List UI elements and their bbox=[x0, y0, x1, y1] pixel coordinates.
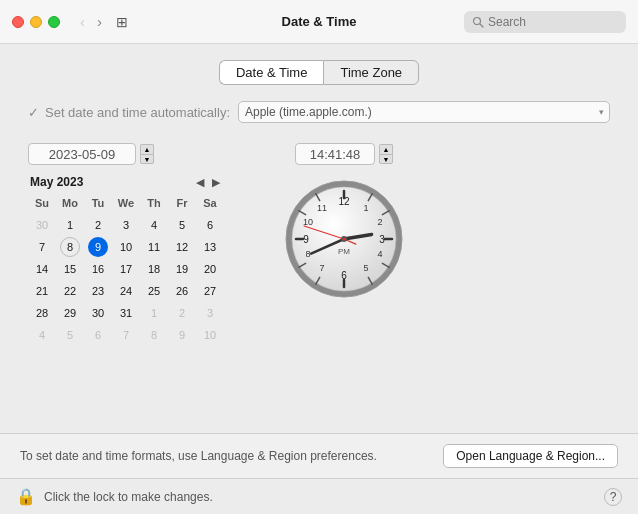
cal-day[interactable]: 11 bbox=[140, 237, 168, 257]
time-stepper: ▲ ▼ bbox=[379, 144, 393, 164]
maximize-button[interactable] bbox=[48, 16, 60, 28]
cal-day[interactable]: 31 bbox=[112, 303, 140, 323]
titlebar: ‹ › ⊞ Date & Time bbox=[0, 0, 638, 44]
cal-day[interactable]: 30 bbox=[28, 215, 56, 235]
cal-grid: Su Mo Tu We Th Fr Sa 30 1 2 3 4 5 6 bbox=[28, 193, 224, 345]
cal-header-th: Th bbox=[140, 193, 168, 213]
date-step-down[interactable]: ▼ bbox=[140, 154, 154, 164]
cal-day-today[interactable]: 9 bbox=[88, 237, 108, 257]
cal-next-button[interactable]: ▶ bbox=[210, 176, 222, 189]
footer-bar: 🔒 Click the lock to make changes. ? bbox=[0, 478, 638, 514]
cal-day[interactable]: 6 bbox=[84, 325, 112, 345]
time-step-up[interactable]: ▲ bbox=[379, 144, 393, 154]
cal-day[interactable]: 16 bbox=[84, 259, 112, 279]
cal-day[interactable]: 1 bbox=[140, 303, 168, 323]
auto-check-label[interactable]: ✓ Set date and time automatically: bbox=[28, 105, 230, 120]
help-button[interactable]: ? bbox=[604, 488, 622, 506]
cal-day[interactable]: 17 bbox=[112, 259, 140, 279]
clock-center-red bbox=[343, 238, 346, 241]
search-input[interactable] bbox=[488, 15, 618, 29]
cal-day[interactable]: 2 bbox=[84, 215, 112, 235]
cal-day[interactable]: 22 bbox=[56, 281, 84, 301]
cal-day[interactable]: 29 bbox=[56, 303, 84, 323]
cal-day[interactable]: 30 bbox=[84, 303, 112, 323]
svg-text:5: 5 bbox=[363, 263, 368, 273]
tab-timezone[interactable]: Time Zone bbox=[323, 60, 419, 85]
cal-nav: ◀ ▶ bbox=[194, 176, 222, 189]
cal-day[interactable]: 6 bbox=[196, 215, 224, 235]
cal-day[interactable]: 5 bbox=[56, 325, 84, 345]
cal-day[interactable]: 28 bbox=[28, 303, 56, 323]
cal-day[interactable]: 10 bbox=[196, 325, 224, 345]
svg-text:4: 4 bbox=[377, 249, 382, 259]
datetime-area: ▲ ▼ May 2023 ◀ ▶ Su Mo Tu bbox=[0, 143, 638, 345]
checkmark-icon: ✓ bbox=[28, 105, 39, 120]
lock-icon[interactable]: 🔒 bbox=[16, 487, 36, 506]
cal-day[interactable]: 24 bbox=[112, 281, 140, 301]
cal-month-year: May 2023 bbox=[30, 175, 83, 189]
calendar: May 2023 ◀ ▶ Su Mo Tu We Th Fr Sa bbox=[28, 175, 224, 345]
date-step-up[interactable]: ▲ bbox=[140, 144, 154, 154]
time-section: ▲ ▼ bbox=[284, 143, 404, 299]
cal-day[interactable]: 25 bbox=[140, 281, 168, 301]
analog-clock: 12 3 6 9 1 2 4 5 7 8 10 11 PM bbox=[284, 179, 404, 299]
cal-prev-button[interactable]: ◀ bbox=[194, 176, 206, 189]
cal-day[interactable]: 1 bbox=[56, 215, 84, 235]
cal-day[interactable]: 9 bbox=[168, 325, 196, 345]
cal-day[interactable]: 13 bbox=[196, 237, 224, 257]
cal-day-prev[interactable]: 8 bbox=[60, 237, 80, 257]
svg-text:6: 6 bbox=[341, 270, 347, 281]
auto-row: ✓ Set date and time automatically: Apple… bbox=[0, 101, 638, 123]
svg-text:1: 1 bbox=[363, 203, 368, 213]
cal-day[interactable]: 14 bbox=[28, 259, 56, 279]
tabs: Date & Time Time Zone bbox=[0, 60, 638, 85]
date-input[interactable] bbox=[28, 143, 136, 165]
main-content: Date & Time Time Zone ✓ Set date and tim… bbox=[0, 44, 638, 514]
date-stepper: ▲ ▼ bbox=[140, 144, 154, 164]
open-language-region-button[interactable]: Open Language & Region... bbox=[443, 444, 618, 468]
close-button[interactable] bbox=[12, 16, 24, 28]
time-input[interactable] bbox=[295, 143, 375, 165]
cal-header-su: Su bbox=[28, 193, 56, 213]
svg-text:PM: PM bbox=[338, 247, 350, 256]
forward-button[interactable]: › bbox=[93, 11, 106, 32]
cal-day[interactable]: 8 bbox=[140, 325, 168, 345]
cal-day[interactable]: 27 bbox=[196, 281, 224, 301]
cal-day[interactable]: 5 bbox=[168, 215, 196, 235]
cal-day[interactable]: 20 bbox=[196, 259, 224, 279]
cal-day[interactable]: 19 bbox=[168, 259, 196, 279]
cal-day[interactable]: 26 bbox=[168, 281, 196, 301]
svg-text:2: 2 bbox=[377, 217, 382, 227]
svg-text:8: 8 bbox=[305, 249, 310, 259]
cal-day[interactable]: 18 bbox=[140, 259, 168, 279]
cal-day[interactable]: 7 bbox=[112, 325, 140, 345]
tab-datetime[interactable]: Date & Time bbox=[219, 60, 324, 85]
server-select[interactable]: Apple (time.apple.com.) bbox=[238, 101, 610, 123]
cal-header: May 2023 ◀ ▶ bbox=[28, 175, 224, 189]
cal-day[interactable]: 4 bbox=[140, 215, 168, 235]
cal-day[interactable]: 4 bbox=[28, 325, 56, 345]
grid-icon: ⊞ bbox=[116, 14, 128, 30]
cal-day[interactable]: 23 bbox=[84, 281, 112, 301]
search-icon bbox=[472, 16, 484, 28]
minimize-button[interactable] bbox=[30, 16, 42, 28]
svg-text:12: 12 bbox=[338, 196, 350, 207]
cal-day[interactable]: 15 bbox=[56, 259, 84, 279]
bottom-text: To set date and time formats, use Langua… bbox=[20, 449, 377, 463]
cal-day[interactable]: 2 bbox=[168, 303, 196, 323]
cal-day[interactable]: 21 bbox=[28, 281, 56, 301]
cal-day[interactable]: 3 bbox=[112, 215, 140, 235]
svg-point-0 bbox=[474, 17, 481, 24]
cal-day[interactable]: 3 bbox=[196, 303, 224, 323]
search-box[interactable] bbox=[464, 11, 626, 33]
cal-header-sa: Sa bbox=[196, 193, 224, 213]
cal-day[interactable]: 12 bbox=[168, 237, 196, 257]
back-button[interactable]: ‹ bbox=[76, 11, 89, 32]
cal-header-tu: Tu bbox=[84, 193, 112, 213]
cal-day[interactable]: 7 bbox=[28, 237, 56, 257]
cal-day[interactable]: 10 bbox=[112, 237, 140, 257]
time-step-down[interactable]: ▼ bbox=[379, 154, 393, 164]
svg-text:9: 9 bbox=[303, 234, 309, 245]
svg-line-1 bbox=[480, 24, 483, 27]
lock-label: Click the lock to make changes. bbox=[44, 490, 213, 504]
